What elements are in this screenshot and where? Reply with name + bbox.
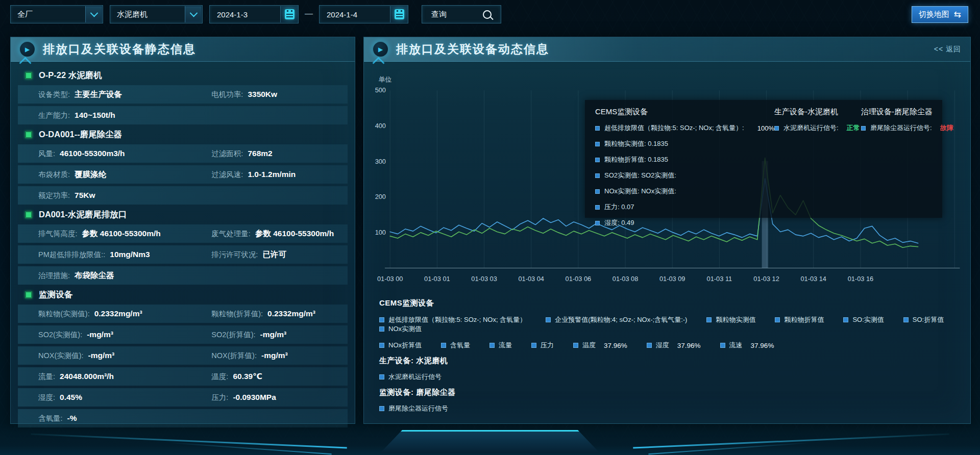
- legend-item-label: 流速: [729, 341, 743, 350]
- svg-text:01-03 11: 01-03 11: [707, 275, 732, 283]
- legend-item[interactable]: SO:实测值: [843, 315, 884, 324]
- info-value: 46100-55300m3/h: [60, 149, 125, 158]
- legend-swatch-icon: [647, 343, 652, 348]
- legend-item-label: 流量: [499, 341, 512, 350]
- legend-swatch-icon: [531, 343, 536, 348]
- legend-item[interactable]: 流速37.96%: [720, 341, 774, 350]
- info-cell: 额定功率:75Kw: [38, 191, 211, 200]
- info-value: 覆膜涤纶: [75, 169, 106, 180]
- info-cell: 含氧量:-%: [38, 414, 211, 423]
- info-value: 75Kw: [75, 191, 95, 200]
- tooltip-item: 颗粒物折算值: 0.1835: [595, 155, 774, 164]
- legend-swatch-icon: [379, 374, 384, 380]
- section-bullet-icon: [25, 131, 32, 138]
- legend-swatch-icon: [379, 406, 384, 411]
- date-from-field[interactable]: 2024-1-3: [209, 5, 299, 23]
- section-header-label: 监测设备: [39, 289, 72, 300]
- svg-text:01-03 09: 01-03 09: [659, 275, 685, 283]
- query-button[interactable]: 查询: [422, 5, 501, 23]
- tooltip-item-value: 100%: [757, 124, 774, 132]
- info-cell: PM超低排排放限值::10mg/Nm3: [38, 250, 211, 260]
- legend-item[interactable]: SO:折算值: [903, 315, 944, 324]
- legend-monitor-item: 磨尾除尘器运行信号: [379, 404, 970, 413]
- section-header: O-DA001--磨尾除尘器: [25, 127, 348, 142]
- info-value: 768m2: [248, 149, 272, 158]
- back-link[interactable]: << 返回: [934, 45, 961, 54]
- legend-item[interactable]: NOx折算值: [379, 341, 422, 350]
- legend-swatch-icon: [573, 343, 578, 348]
- tooltip-cems-title: CEMS监测设备: [595, 107, 774, 117]
- info-value: 10mg/Nm3: [110, 250, 150, 259]
- info-cell: 风量:46100-55300m3/h: [38, 149, 211, 159]
- switch-map-button[interactable]: 切换地图 ⇆: [912, 6, 968, 23]
- tooltip-item-text: 湿度: 0.49: [604, 218, 634, 228]
- legend-swatch-icon: [595, 158, 600, 162]
- chevron-down-icon: [185, 6, 202, 22]
- legend-item-label: 颗粒物实测值: [716, 315, 755, 324]
- svg-text:200: 200: [375, 193, 386, 200]
- info-label: 生产能力:: [38, 111, 70, 120]
- date-to-field[interactable]: 2024-1-4: [319, 5, 408, 23]
- bottom-decoration: [0, 422, 980, 455]
- legend-item-label: 磨尾除尘器运行信号: [388, 404, 448, 413]
- legend-item[interactable]: 颗粒物折算值: [775, 315, 824, 324]
- info-value: 0.2332mg/m³: [267, 309, 315, 318]
- legend-item-label: 含氧量: [450, 341, 470, 350]
- chart-legend: CEMS监测设备 超低排放限值（颗拉物:5: SOz-; NOx; 含氧量）企业…: [364, 298, 970, 413]
- info-label: 额定功率:: [38, 191, 70, 200]
- info-cell: 湿度:0.45%: [38, 393, 211, 402]
- svg-text:01-03 04: 01-03 04: [518, 275, 544, 283]
- tooltip-item-text: 超低排放限值（颗拉物:5: SOz-; NOx; 含氧量）:: [604, 123, 744, 133]
- legend-swatch-icon: [595, 142, 600, 146]
- info-cell: 治理措施:布袋除尘器: [38, 270, 211, 281]
- legend-item-label: NOx实测值: [388, 324, 422, 334]
- legend-item-label: NOx折算值: [388, 341, 422, 350]
- legend-cems-title: CEMS监测设备: [379, 298, 970, 308]
- legend-production-title: 生产设备: 水泥磨机: [379, 356, 970, 366]
- legend-swatch-icon: [379, 343, 384, 348]
- legend-swatch-icon: [379, 326, 384, 332]
- tooltip-item: 湿度: 0.49: [595, 218, 774, 228]
- emissions-line-chart[interactable]: 单位10020030040050001-03 0001-03 0101-03 0…: [364, 62, 970, 292]
- legend-row-2: NOx折算值含氧量流量压力温度37.96%湿度37.96%流速37.96%: [379, 341, 970, 350]
- legend-swatch-icon: [379, 317, 384, 322]
- legend-item[interactable]: 湿度37.96%: [647, 341, 701, 350]
- legend-item[interactable]: 超低排放限值（颗拉物:5: SOz-; NOx; 含氧量）: [379, 315, 526, 324]
- info-label: SO2(实测值):: [38, 330, 82, 340]
- tooltip-treatment-title: 治理设备-磨尾除尘器: [861, 107, 953, 117]
- section-header-label: DA001-水泥磨尾排放口: [39, 209, 127, 220]
- info-cell: 过滤面积:768m2: [211, 149, 348, 159]
- info-label: 压力:: [211, 393, 228, 402]
- info-label: SO2(折算值):: [211, 330, 255, 340]
- legend-item[interactable]: 流量: [489, 341, 512, 350]
- legend-item[interactable]: 含氧量: [441, 341, 470, 350]
- legend-item[interactable]: 水泥磨机运行信号: [379, 372, 442, 382]
- legend-item[interactable]: 压力: [531, 341, 554, 350]
- static-info-title: 排放口及关联设备静态信息: [43, 41, 196, 57]
- info-value: 参数 46100-55300m/h: [255, 229, 334, 239]
- legend-item[interactable]: 企业预警值(颗粒物:4; sOz-; NOx-;含氧气量:-): [546, 315, 687, 324]
- info-label: PM超低排排放限值::: [38, 250, 105, 260]
- dynamic-info-header: ▶ 排放口及关联设备动态信息: [364, 37, 970, 62]
- info-cell: 颗粒物(实测值):0.2332mg/m³: [38, 309, 211, 319]
- info-cell: 压力:-0.0930MPa: [211, 393, 348, 402]
- tooltip-treatment-column: 治理设备-磨尾除尘器 磨尾除尘器运行信号: 故障: [861, 107, 953, 218]
- legend-item[interactable]: NOx实测值: [379, 324, 422, 334]
- legend-item[interactable]: 温度37.96%: [573, 341, 627, 350]
- legend-swatch-icon: [489, 343, 495, 348]
- tooltip-item-text: 颗粒物折算值: 0.1835: [604, 155, 668, 164]
- plant-select[interactable]: 全厂: [10, 5, 103, 23]
- legend-item[interactable]: 颗粒物实测值: [706, 315, 755, 324]
- info-label: 颗粒物(折算值):: [211, 309, 263, 319]
- device-select[interactable]: 水泥磨机: [110, 5, 203, 23]
- legend-item-label: 水泥磨机运行信号: [388, 372, 442, 382]
- legend-item[interactable]: 磨尾除尘器运行信号: [379, 404, 448, 413]
- info-value: -mg/m³: [260, 330, 287, 339]
- info-label: NOX(实测值):: [38, 351, 84, 361]
- svg-text:01-03 01: 01-03 01: [424, 275, 450, 283]
- play-icon: ▶: [19, 41, 36, 58]
- tooltip-production-title: 生产设备-水泥磨机: [774, 107, 861, 117]
- info-row: SO2(实测值):-mg/m³SO2(折算值):-mg/m³: [18, 325, 348, 344]
- tooltip-item-text: NOx实测值: NOx实测值:: [604, 187, 676, 196]
- info-cell: 设备类型:主要生产设备: [38, 89, 211, 100]
